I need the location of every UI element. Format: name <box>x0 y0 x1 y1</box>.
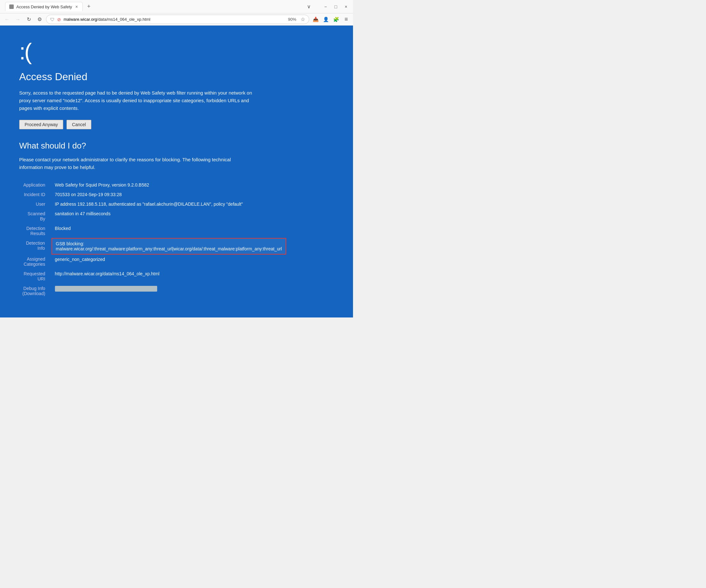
table-row: ApplicationWeb Safety for Squid Proxy, v… <box>19 180 286 190</box>
warning-icon: ⊘ <box>57 17 61 22</box>
tab-favicon <box>9 4 14 9</box>
table-row: Assigned Categoriesgeneric_non_categoriz… <box>19 254 286 269</box>
info-value: http://malware.wicar.org/data/ms14_064_o… <box>52 269 286 284</box>
info-value: generic_non_categorized <box>52 254 286 269</box>
table-row: Scanned Bysanitation in 47 milliseconds <box>19 209 286 224</box>
sad-face-icon: :( <box>19 38 334 65</box>
refresh-button[interactable]: ↻ <box>24 15 33 24</box>
cancel-button[interactable]: Cancel <box>67 120 91 129</box>
access-denied-description: Sorry, access to the requested page had … <box>19 89 256 112</box>
tab-title: Access Denied by Web Safety <box>16 4 72 9</box>
active-tab[interactable]: Access Denied by Web Safety × <box>5 2 83 11</box>
profile-button[interactable]: 👤 <box>321 15 330 24</box>
browser-menu-button[interactable]: ≡ <box>342 15 350 24</box>
zoom-level[interactable]: 90% <box>286 16 298 23</box>
pocket-button[interactable]: 📥 <box>311 15 320 24</box>
extensions-button[interactable]: 🧩 <box>331 15 341 24</box>
maximize-button[interactable]: □ <box>331 2 340 11</box>
info-label: Requested URI <box>19 269 52 284</box>
info-label: Detection Results <box>19 224 52 238</box>
page-content: :( Access Denied Sorry, access to the re… <box>0 26 353 317</box>
navigation-bar: ← → ↻ ⚙ 🛡 ⊘ malware.wicar.org/data/ms14_… <box>0 13 353 25</box>
table-row: UserIP address 192.168.5.118, authentica… <box>19 199 286 209</box>
info-label: Scanned By <box>19 209 52 224</box>
url-display: malware.wicar.org/data/ms14_064_ole_xp.h… <box>64 17 283 22</box>
url-domain: malware.wicar.org <box>64 17 97 22</box>
table-row: Requested URIhttp://malware.wicar.org/da… <box>19 269 286 284</box>
info-value: sanitation in 47 milliseconds <box>52 209 286 224</box>
info-value: 701533 on 2024-Sep-19 09:33:28 <box>52 190 286 199</box>
table-row: Debug Info (Download) <box>19 284 286 298</box>
title-bar: Access Denied by Web Safety × + ∨ − □ × <box>0 0 353 13</box>
window-controls: − □ × <box>321 2 350 11</box>
bookmark-button[interactable]: ☆ <box>301 16 305 23</box>
tab-bar: Access Denied by Web Safety × + ∨ <box>3 2 316 11</box>
info-value <box>52 284 286 298</box>
what-to-do-description: Please contact your network administrato… <box>19 156 256 171</box>
debug-info-bar <box>55 286 157 291</box>
what-to-do-title: What should I do? <box>19 141 334 151</box>
forward-button[interactable]: → <box>13 15 23 24</box>
info-label: Application <box>19 180 52 190</box>
info-label: Detection Info <box>19 238 52 254</box>
back-button[interactable]: ← <box>3 15 11 24</box>
info-value: IP address 192.168.5.118, authenticated … <box>52 199 286 209</box>
info-value: Web Safety for Squid Proxy, version 9.2.… <box>52 180 286 190</box>
info-value: GSB blocking: malware.wicar.org/:threat_… <box>52 238 286 254</box>
info-label: User <box>19 199 52 209</box>
info-label: Debug Info (Download) <box>19 284 52 298</box>
table-row: Detection InfoGSB blocking: malware.wica… <box>19 238 286 254</box>
tools-button[interactable]: ⚙ <box>35 15 44 24</box>
close-button[interactable]: × <box>342 2 350 11</box>
url-path: /data/ms14_064_ole_xp.html <box>97 17 151 22</box>
shield-icon: 🛡 <box>50 17 54 22</box>
info-label: Incident ID <box>19 190 52 199</box>
new-tab-button[interactable]: + <box>84 2 94 11</box>
proceed-anyway-button[interactable]: Proceed Anyway <box>19 120 63 129</box>
tab-close-button[interactable]: × <box>75 4 79 9</box>
browser-nav-icons: 📥 👤 🧩 ≡ <box>311 15 350 24</box>
page-title: Access Denied <box>19 71 334 83</box>
address-bar[interactable]: 🛡 ⊘ malware.wicar.org/data/ms14_064_ole_… <box>46 15 309 24</box>
action-buttons: Proceed Anyway Cancel <box>19 120 334 129</box>
technical-info-table: ApplicationWeb Safety for Squid Proxy, v… <box>19 180 286 298</box>
info-value: Blocked <box>52 224 286 238</box>
info-label: Assigned Categories <box>19 254 52 269</box>
table-row: Incident ID701533 on 2024-Sep-19 09:33:2… <box>19 190 286 199</box>
table-row: Detection ResultsBlocked <box>19 224 286 238</box>
browser-frame: Access Denied by Web Safety × + ∨ − □ × … <box>0 0 353 26</box>
tab-overflow-button[interactable]: ∨ <box>305 2 313 11</box>
minimize-button[interactable]: − <box>321 2 330 11</box>
